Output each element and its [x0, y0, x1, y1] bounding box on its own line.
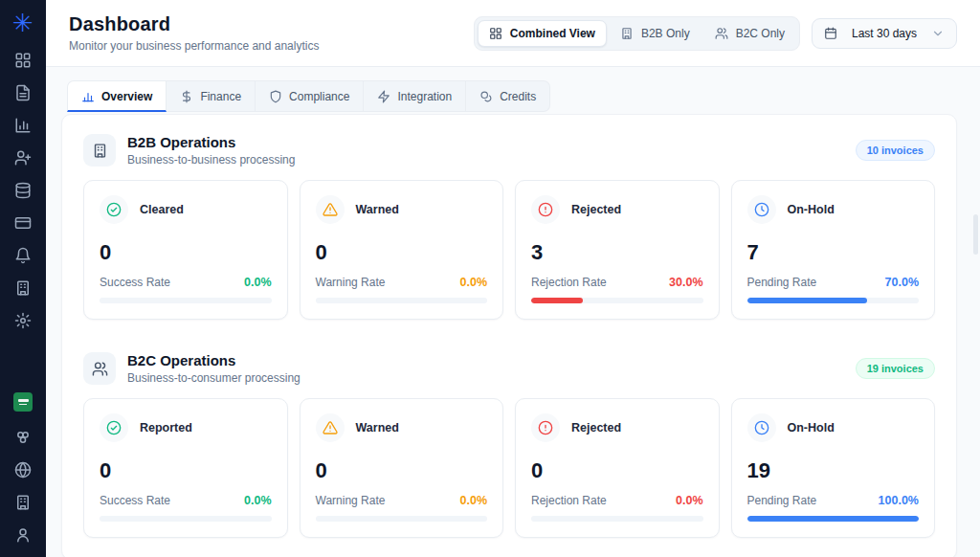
- progress-track: [747, 516, 920, 522]
- stat-card-rejected: Rejected 3 Rejection Rate 30.0%: [515, 180, 720, 320]
- database-icon[interactable]: [14, 182, 32, 199]
- rate-label: Success Rate: [100, 494, 170, 507]
- b2c-section-titles: B2C Operations Business-to-consumer proc…: [127, 352, 301, 385]
- bell-icon[interactable]: [14, 247, 32, 264]
- tab-label: Integration: [397, 90, 452, 103]
- card-value: 0: [316, 458, 488, 483]
- card-label: Warned: [356, 421, 399, 434]
- view-mode-toggle: Combined View B2B Only B2C Only: [474, 16, 800, 51]
- grid-icon: [489, 27, 502, 40]
- alert-triangle-icon: [316, 195, 345, 224]
- settings-gear-icon[interactable]: [14, 312, 32, 329]
- tab-credits[interactable]: Credits: [466, 80, 550, 112]
- progress-fill: [747, 298, 868, 303]
- section-title: B2B Operations: [127, 134, 295, 150]
- tab-finance[interactable]: Finance: [167, 80, 256, 112]
- rate-label: Success Rate: [100, 276, 170, 289]
- main-area: Dashboard Monitor your business performa…: [46, 0, 980, 557]
- company-building-icon[interactable]: [14, 494, 32, 511]
- clock-icon: [747, 413, 776, 442]
- date-range-select[interactable]: Last 30 days: [812, 18, 957, 49]
- user-plus-icon[interactable]: [14, 149, 32, 167]
- credit-card-icon[interactable]: [14, 214, 32, 232]
- alert-circle-icon: [531, 413, 560, 442]
- invoice-count-badge: 10 invoices: [856, 140, 935, 161]
- b2c-cards-grid: Reported 0 Success Rate 0.0% Warned 0: [62, 396, 956, 555]
- invoice-count-badge: 19 invoices: [856, 358, 935, 379]
- section-subtitle: Business-to-business processing: [127, 153, 295, 167]
- alert-triangle-icon: [316, 413, 345, 442]
- content-area: Overview Finance Compliance Integration …: [46, 67, 980, 557]
- rate-value: 70.0%: [885, 276, 919, 289]
- tab-label: Compliance: [289, 90, 349, 103]
- rate-value: 100.0%: [879, 494, 919, 507]
- rate-value: 0.0%: [244, 276, 272, 289]
- b2c-section-header: B2C Operations Business-to-consumer proc…: [62, 337, 956, 396]
- card-label: Reported: [140, 421, 192, 434]
- card-label: Cleared: [140, 203, 184, 216]
- rate-label: Rejection Rate: [531, 276, 607, 289]
- tab-bar: Overview Finance Compliance Integration …: [67, 80, 957, 112]
- dashboard-grid-icon[interactable]: [14, 52, 32, 69]
- progress-track: [316, 516, 488, 522]
- b2b-section-header: B2B Operations Business-to-business proc…: [62, 119, 956, 178]
- card-value: 3: [531, 240, 703, 265]
- alert-circle-icon: [531, 195, 560, 224]
- card-value: 0: [100, 458, 272, 483]
- dollar-icon: [180, 90, 193, 103]
- tab-compliance[interactable]: Compliance: [256, 80, 364, 112]
- users-icon: [715, 27, 728, 40]
- progress-track: [100, 516, 272, 522]
- stat-card-warned: Warned 0 Warning Rate 0.0%: [300, 398, 504, 538]
- tab-overview[interactable]: Overview: [67, 80, 167, 112]
- b2b-section-titles: B2B Operations Business-to-business proc…: [127, 134, 295, 167]
- stat-card-onhold: On-Hold 7 Pending Rate 70.0%: [731, 180, 936, 320]
- rate-value: 0.0%: [460, 276, 488, 289]
- tab-integration[interactable]: Integration: [364, 80, 466, 112]
- scrollbar-thumb[interactable]: [973, 214, 978, 255]
- view-mode-b2c-button[interactable]: B2C Only: [703, 20, 796, 47]
- card-value: 0: [531, 458, 703, 483]
- check-circle-icon: [100, 195, 128, 224]
- page-header: Dashboard Monitor your business performa…: [46, 0, 980, 67]
- globe-icon[interactable]: [14, 461, 32, 479]
- stat-card-warned: Warned 0 Warning Rate 0.0%: [300, 180, 504, 320]
- organization-icon[interactable]: [14, 279, 32, 297]
- app-logo-icon[interactable]: ✳: [7, 7, 39, 39]
- check-circle-icon: [100, 413, 128, 442]
- b2b-cards-grid: Cleared 0 Success Rate 0.0% Warned 0: [62, 178, 956, 337]
- user-profile-icon[interactable]: [14, 526, 32, 544]
- tab-label: Overview: [101, 90, 152, 103]
- bar-chart-icon: [81, 90, 95, 103]
- tokens-cluster-icon[interactable]: [14, 429, 32, 446]
- zap-icon: [377, 90, 390, 103]
- view-mode-label: B2C Only: [736, 27, 785, 40]
- rate-label: Warning Rate: [316, 494, 386, 507]
- saudi-flag-icon[interactable]: [13, 392, 33, 412]
- stat-card-cleared: Cleared 0 Success Rate 0.0%: [83, 180, 288, 320]
- progress-track: [316, 298, 488, 303]
- page-title: Dashboard: [69, 13, 319, 35]
- view-mode-combined-button[interactable]: Combined View: [478, 20, 607, 47]
- progress-track: [531, 298, 703, 303]
- building-icon: [620, 27, 634, 40]
- card-label: On-Hold: [788, 203, 835, 216]
- progress-track: [531, 516, 703, 522]
- shield-icon: [269, 90, 282, 103]
- bar-chart-icon[interactable]: [14, 117, 32, 134]
- overview-panel: B2B Operations Business-to-business proc…: [61, 114, 957, 557]
- progress-track: [747, 298, 920, 303]
- calendar-icon: [824, 27, 837, 40]
- stat-card-onhold: On-Hold 19 Pending Rate 100.0%: [731, 398, 936, 538]
- header-controls: Combined View B2B Only B2C Only Last 30 …: [474, 16, 957, 51]
- view-mode-label: B2B Only: [641, 27, 690, 40]
- document-icon[interactable]: [14, 84, 32, 101]
- sidebar-nav: [14, 52, 32, 329]
- stat-card-rejected: Rejected 0 Rejection Rate 0.0%: [515, 398, 720, 538]
- progress-fill: [747, 516, 920, 522]
- rate-value: 0.0%: [460, 494, 488, 507]
- rate-label: Pending Rate: [747, 494, 817, 507]
- rate-label: Warning Rate: [316, 276, 386, 289]
- view-mode-b2b-button[interactable]: B2B Only: [609, 20, 702, 47]
- header-titles: Dashboard Monitor your business performa…: [69, 13, 319, 53]
